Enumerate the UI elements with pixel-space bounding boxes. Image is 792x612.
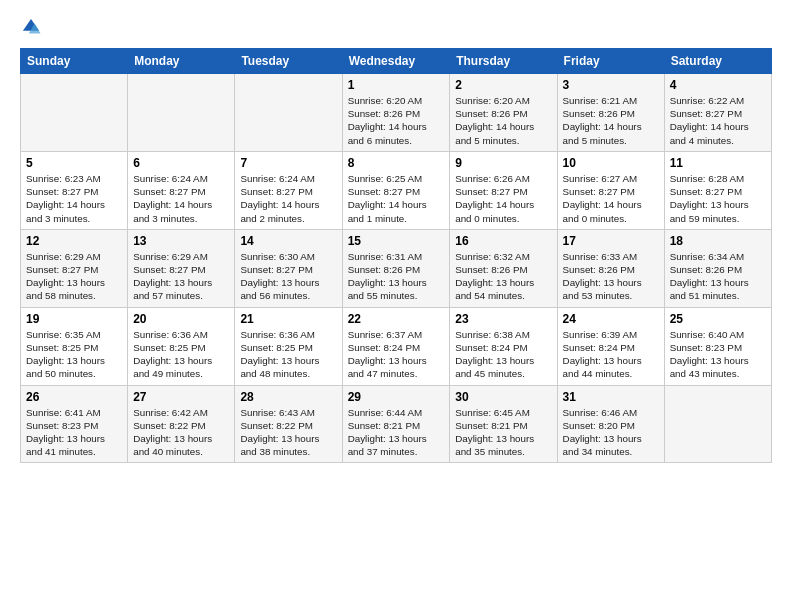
calendar-cell: 9Sunrise: 6:26 AM Sunset: 8:27 PM Daylig…: [450, 151, 557, 229]
calendar-cell: [235, 74, 342, 152]
calendar-cell: 5Sunrise: 6:23 AM Sunset: 8:27 PM Daylig…: [21, 151, 128, 229]
header-row: SundayMondayTuesdayWednesdayThursdayFrid…: [21, 49, 772, 74]
calendar-cell: 30Sunrise: 6:45 AM Sunset: 8:21 PM Dayli…: [450, 385, 557, 463]
day-number: 7: [240, 156, 336, 170]
day-info: Sunrise: 6:33 AM Sunset: 8:26 PM Dayligh…: [563, 250, 659, 303]
day-info: Sunrise: 6:32 AM Sunset: 8:26 PM Dayligh…: [455, 250, 551, 303]
day-number: 21: [240, 312, 336, 326]
day-number: 14: [240, 234, 336, 248]
day-number: 23: [455, 312, 551, 326]
header-day-tuesday: Tuesday: [235, 49, 342, 74]
day-number: 26: [26, 390, 122, 404]
calendar-cell: 29Sunrise: 6:44 AM Sunset: 8:21 PM Dayli…: [342, 385, 450, 463]
header-day-friday: Friday: [557, 49, 664, 74]
day-number: 16: [455, 234, 551, 248]
day-info: Sunrise: 6:36 AM Sunset: 8:25 PM Dayligh…: [133, 328, 229, 381]
page: SundayMondayTuesdayWednesdayThursdayFrid…: [0, 0, 792, 612]
calendar-cell: 27Sunrise: 6:42 AM Sunset: 8:22 PM Dayli…: [128, 385, 235, 463]
calendar-cell: 22Sunrise: 6:37 AM Sunset: 8:24 PM Dayli…: [342, 307, 450, 385]
day-number: 12: [26, 234, 122, 248]
calendar-cell: 3Sunrise: 6:21 AM Sunset: 8:26 PM Daylig…: [557, 74, 664, 152]
calendar-cell: 4Sunrise: 6:22 AM Sunset: 8:27 PM Daylig…: [664, 74, 771, 152]
day-number: 15: [348, 234, 445, 248]
logo-icon: [20, 16, 42, 38]
day-info: Sunrise: 6:29 AM Sunset: 8:27 PM Dayligh…: [133, 250, 229, 303]
header-day-thursday: Thursday: [450, 49, 557, 74]
day-number: 22: [348, 312, 445, 326]
day-info: Sunrise: 6:30 AM Sunset: 8:27 PM Dayligh…: [240, 250, 336, 303]
week-row-0: 1Sunrise: 6:20 AM Sunset: 8:26 PM Daylig…: [21, 74, 772, 152]
day-number: 11: [670, 156, 766, 170]
day-number: 24: [563, 312, 659, 326]
calendar-cell: 16Sunrise: 6:32 AM Sunset: 8:26 PM Dayli…: [450, 229, 557, 307]
day-info: Sunrise: 6:43 AM Sunset: 8:22 PM Dayligh…: [240, 406, 336, 459]
calendar-cell: 6Sunrise: 6:24 AM Sunset: 8:27 PM Daylig…: [128, 151, 235, 229]
day-info: Sunrise: 6:28 AM Sunset: 8:27 PM Dayligh…: [670, 172, 766, 225]
calendar-cell: 23Sunrise: 6:38 AM Sunset: 8:24 PM Dayli…: [450, 307, 557, 385]
calendar-cell: 7Sunrise: 6:24 AM Sunset: 8:27 PM Daylig…: [235, 151, 342, 229]
day-info: Sunrise: 6:37 AM Sunset: 8:24 PM Dayligh…: [348, 328, 445, 381]
week-row-2: 12Sunrise: 6:29 AM Sunset: 8:27 PM Dayli…: [21, 229, 772, 307]
calendar-cell: 12Sunrise: 6:29 AM Sunset: 8:27 PM Dayli…: [21, 229, 128, 307]
calendar-cell: 15Sunrise: 6:31 AM Sunset: 8:26 PM Dayli…: [342, 229, 450, 307]
calendar-cell: 25Sunrise: 6:40 AM Sunset: 8:23 PM Dayli…: [664, 307, 771, 385]
calendar-cell: 2Sunrise: 6:20 AM Sunset: 8:26 PM Daylig…: [450, 74, 557, 152]
calendar-cell: [21, 74, 128, 152]
day-number: 3: [563, 78, 659, 92]
day-number: 31: [563, 390, 659, 404]
week-row-3: 19Sunrise: 6:35 AM Sunset: 8:25 PM Dayli…: [21, 307, 772, 385]
day-number: 1: [348, 78, 445, 92]
day-info: Sunrise: 6:36 AM Sunset: 8:25 PM Dayligh…: [240, 328, 336, 381]
header-day-monday: Monday: [128, 49, 235, 74]
header-day-sunday: Sunday: [21, 49, 128, 74]
day-info: Sunrise: 6:21 AM Sunset: 8:26 PM Dayligh…: [563, 94, 659, 147]
calendar-cell: 21Sunrise: 6:36 AM Sunset: 8:25 PM Dayli…: [235, 307, 342, 385]
day-number: 8: [348, 156, 445, 170]
calendar-cell: 11Sunrise: 6:28 AM Sunset: 8:27 PM Dayli…: [664, 151, 771, 229]
calendar-cell: 14Sunrise: 6:30 AM Sunset: 8:27 PM Dayli…: [235, 229, 342, 307]
day-info: Sunrise: 6:39 AM Sunset: 8:24 PM Dayligh…: [563, 328, 659, 381]
day-info: Sunrise: 6:31 AM Sunset: 8:26 PM Dayligh…: [348, 250, 445, 303]
day-info: Sunrise: 6:25 AM Sunset: 8:27 PM Dayligh…: [348, 172, 445, 225]
day-number: 10: [563, 156, 659, 170]
calendar-cell: 8Sunrise: 6:25 AM Sunset: 8:27 PM Daylig…: [342, 151, 450, 229]
calendar-cell: 13Sunrise: 6:29 AM Sunset: 8:27 PM Dayli…: [128, 229, 235, 307]
calendar-cell: 28Sunrise: 6:43 AM Sunset: 8:22 PM Dayli…: [235, 385, 342, 463]
day-info: Sunrise: 6:41 AM Sunset: 8:23 PM Dayligh…: [26, 406, 122, 459]
day-info: Sunrise: 6:46 AM Sunset: 8:20 PM Dayligh…: [563, 406, 659, 459]
logo: [20, 16, 44, 38]
header: [20, 16, 772, 38]
day-info: Sunrise: 6:45 AM Sunset: 8:21 PM Dayligh…: [455, 406, 551, 459]
day-number: 25: [670, 312, 766, 326]
day-number: 5: [26, 156, 122, 170]
day-number: 29: [348, 390, 445, 404]
day-info: Sunrise: 6:23 AM Sunset: 8:27 PM Dayligh…: [26, 172, 122, 225]
day-info: Sunrise: 6:20 AM Sunset: 8:26 PM Dayligh…: [348, 94, 445, 147]
day-number: 18: [670, 234, 766, 248]
day-number: 27: [133, 390, 229, 404]
calendar-body: 1Sunrise: 6:20 AM Sunset: 8:26 PM Daylig…: [21, 74, 772, 463]
day-info: Sunrise: 6:24 AM Sunset: 8:27 PM Dayligh…: [133, 172, 229, 225]
calendar-header: SundayMondayTuesdayWednesdayThursdayFrid…: [21, 49, 772, 74]
calendar-cell: 20Sunrise: 6:36 AM Sunset: 8:25 PM Dayli…: [128, 307, 235, 385]
day-number: 19: [26, 312, 122, 326]
day-number: 6: [133, 156, 229, 170]
day-number: 13: [133, 234, 229, 248]
calendar-cell: [128, 74, 235, 152]
day-number: 28: [240, 390, 336, 404]
day-info: Sunrise: 6:40 AM Sunset: 8:23 PM Dayligh…: [670, 328, 766, 381]
day-number: 30: [455, 390, 551, 404]
day-info: Sunrise: 6:20 AM Sunset: 8:26 PM Dayligh…: [455, 94, 551, 147]
day-number: 20: [133, 312, 229, 326]
day-number: 2: [455, 78, 551, 92]
day-info: Sunrise: 6:24 AM Sunset: 8:27 PM Dayligh…: [240, 172, 336, 225]
day-number: 17: [563, 234, 659, 248]
logo-text: [20, 16, 44, 38]
day-number: 9: [455, 156, 551, 170]
day-info: Sunrise: 6:27 AM Sunset: 8:27 PM Dayligh…: [563, 172, 659, 225]
calendar-cell: 24Sunrise: 6:39 AM Sunset: 8:24 PM Dayli…: [557, 307, 664, 385]
calendar-cell: 31Sunrise: 6:46 AM Sunset: 8:20 PM Dayli…: [557, 385, 664, 463]
day-info: Sunrise: 6:26 AM Sunset: 8:27 PM Dayligh…: [455, 172, 551, 225]
calendar-cell: 26Sunrise: 6:41 AM Sunset: 8:23 PM Dayli…: [21, 385, 128, 463]
day-info: Sunrise: 6:29 AM Sunset: 8:27 PM Dayligh…: [26, 250, 122, 303]
